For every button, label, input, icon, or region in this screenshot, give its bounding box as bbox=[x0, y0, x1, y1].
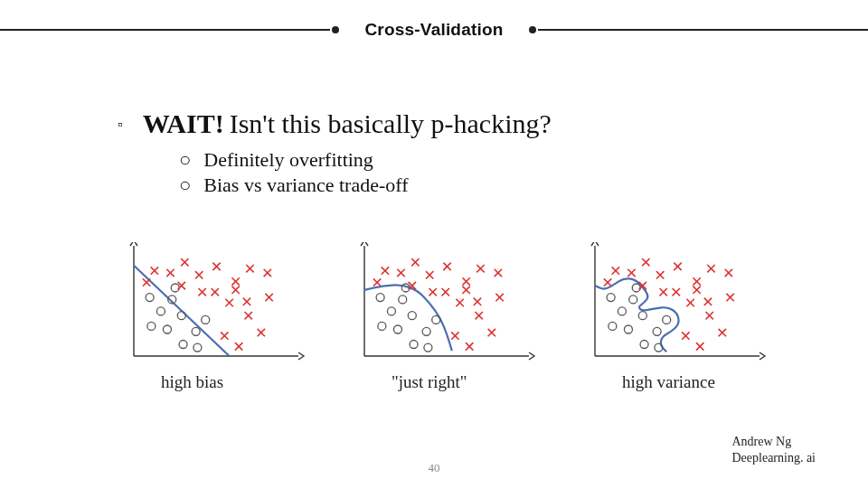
bullet-text: Isn't this basically p-hacking? bbox=[230, 108, 552, 139]
header-line-icon bbox=[538, 29, 868, 31]
svg-point-110 bbox=[609, 322, 617, 330]
svg-point-61 bbox=[410, 341, 418, 349]
svg-point-111 bbox=[629, 296, 637, 304]
svg-point-112 bbox=[638, 312, 646, 320]
circle-bullet-icon: ○ bbox=[179, 174, 191, 197]
bullet-text: Bias vs variance trade-off bbox=[203, 174, 408, 197]
square-bullet-icon: ▫ bbox=[118, 117, 123, 133]
bullet-level1: ▫ WAIT! Isn't this basically p-hacking? bbox=[118, 108, 796, 139]
svg-point-57 bbox=[378, 322, 386, 330]
svg-point-3 bbox=[156, 307, 165, 315]
header-dot-icon bbox=[332, 26, 339, 33]
slide-title: Cross-Validation bbox=[344, 20, 523, 40]
svg-point-9 bbox=[192, 327, 200, 335]
svg-point-116 bbox=[663, 315, 671, 324]
svg-point-11 bbox=[171, 284, 179, 292]
svg-point-115 bbox=[653, 327, 661, 335]
bullet-level2: ○ Definitely overfitting bbox=[179, 148, 796, 172]
figure-caption: high variance bbox=[568, 372, 767, 392]
plot-high-bias bbox=[107, 242, 306, 369]
svg-point-4 bbox=[147, 322, 156, 330]
svg-point-2 bbox=[146, 294, 154, 302]
svg-point-55 bbox=[376, 294, 384, 302]
figure-caption: high bias bbox=[107, 372, 306, 392]
header-line-icon bbox=[0, 29, 330, 31]
figure-row: high bias "just right" high variance bbox=[107, 242, 767, 392]
slide: Cross-Validation ▫ WAIT! Isn't this basi… bbox=[0, 0, 868, 488]
svg-point-10 bbox=[202, 315, 210, 324]
plot-high-variance bbox=[568, 242, 767, 369]
svg-point-108 bbox=[607, 294, 615, 302]
svg-point-60 bbox=[393, 325, 401, 333]
bullet-emphasis: WAIT! bbox=[143, 108, 224, 139]
header-dot-icon bbox=[529, 26, 536, 33]
slide-header: Cross-Validation bbox=[0, 20, 868, 40]
svg-point-63 bbox=[432, 315, 440, 324]
svg-point-114 bbox=[640, 341, 648, 349]
figure-high-bias: high bias bbox=[107, 242, 306, 392]
svg-point-12 bbox=[193, 343, 202, 352]
header-rule-right bbox=[524, 26, 868, 33]
header-rule-left bbox=[0, 26, 344, 33]
svg-point-62 bbox=[422, 327, 430, 335]
plot-just-right bbox=[337, 242, 536, 369]
svg-point-109 bbox=[618, 307, 626, 315]
svg-point-113 bbox=[624, 325, 632, 333]
bullet-text: Definitely overfitting bbox=[203, 148, 373, 172]
svg-point-59 bbox=[408, 312, 416, 320]
svg-point-8 bbox=[179, 341, 187, 349]
figure-just-right: "just right" bbox=[337, 242, 536, 392]
slide-body: ▫ WAIT! Isn't this basically p-hacking? … bbox=[118, 108, 796, 199]
svg-point-6 bbox=[177, 312, 185, 320]
page-number: 40 bbox=[0, 461, 868, 475]
bullet-level2: ○ Bias vs variance trade-off bbox=[179, 174, 796, 197]
svg-point-117 bbox=[632, 284, 640, 292]
svg-point-65 bbox=[424, 343, 432, 352]
credit-line: Andrew Ng bbox=[731, 434, 816, 450]
circle-bullet-icon: ○ bbox=[179, 148, 191, 172]
figure-caption: "just right" bbox=[337, 372, 536, 392]
svg-point-56 bbox=[387, 307, 395, 315]
svg-point-58 bbox=[399, 296, 407, 304]
svg-point-7 bbox=[163, 325, 171, 333]
figure-high-variance: high variance bbox=[568, 242, 767, 392]
